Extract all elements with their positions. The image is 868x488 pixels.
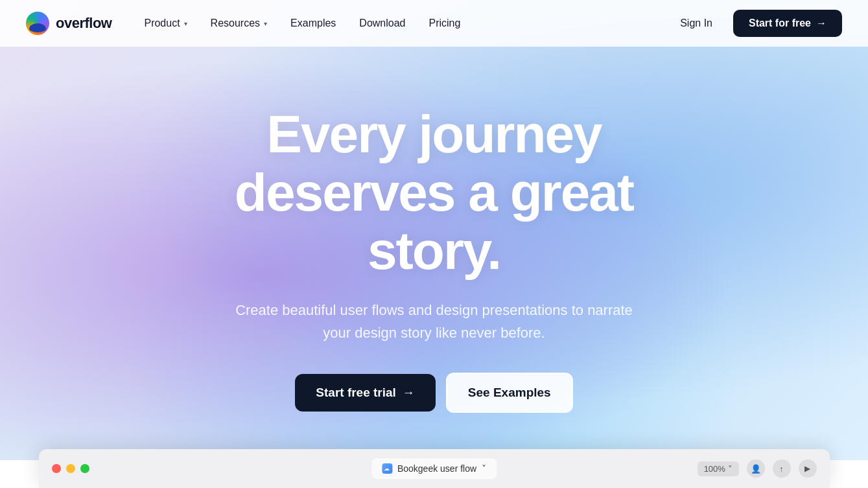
maximize-button-dot[interactable] — [80, 464, 89, 473]
hero-title: Every journey deserves a great story. — [169, 105, 700, 281]
arrow-right-icon: → — [403, 386, 415, 400]
zoom-level[interactable]: 100% ˅ — [698, 461, 739, 476]
nav-resources-label: Resources — [211, 17, 260, 29]
nav-examples[interactable]: Examples — [281, 12, 345, 34]
see-examples-button[interactable]: See Examples — [446, 373, 573, 413]
play-icon[interactable]: ▶ — [799, 459, 817, 478]
zoom-chevron-icon: ˅ — [728, 464, 733, 474]
nav-links: Product ▾ Resources ▾ Examples Download … — [135, 12, 469, 34]
start-for-free-button[interactable]: Start for free → — [733, 10, 842, 37]
nav-product[interactable]: Product ▾ — [135, 12, 196, 34]
sign-in-button[interactable]: Sign In — [670, 12, 723, 34]
close-button-dot[interactable] — [52, 464, 61, 473]
nav-resources[interactable]: Resources ▾ — [202, 12, 276, 34]
arrow-icon: → — [816, 17, 827, 29]
cta-primary-label: Start free trial — [316, 386, 396, 400]
nav-product-label: Product — [144, 17, 180, 29]
chevron-down-icon: ▾ — [264, 20, 267, 27]
nav-examples-label: Examples — [290, 17, 336, 29]
minimize-button-dot[interactable] — [66, 464, 75, 473]
zoom-value: 100% — [704, 464, 725, 474]
nav-download[interactable]: Download — [350, 12, 414, 34]
tab-favicon: ☁ — [382, 463, 392, 474]
hero-buttons: Start free trial → See Examples — [295, 373, 572, 413]
cta-secondary-label: See Examples — [468, 386, 551, 400]
browser-right-controls: 100% ˅ 👤 ↑ ▶ — [698, 459, 817, 478]
chevron-down-icon: ▾ — [184, 20, 187, 27]
share-icon[interactable]: ↑ — [773, 459, 791, 478]
navbar-left: overflow Product ▾ Resources ▾ Examples … — [26, 12, 469, 35]
browser-window-controls — [39, 464, 102, 473]
start-free-label: Start for free — [749, 17, 811, 29]
start-free-trial-button[interactable]: Start free trial → — [295, 374, 436, 412]
nav-pricing[interactable]: Pricing — [420, 12, 470, 34]
hero-title-line1: Every journey — [266, 104, 601, 163]
tab-chevron-icon: ˅ — [482, 463, 486, 474]
browser-tab[interactable]: ☁ Bookgeek user flow ˅ — [371, 458, 497, 479]
hero-subtitle: Create beautiful user flows and design p… — [233, 299, 635, 344]
navbar-right: Sign In Start for free → — [670, 10, 842, 37]
tab-label: Bookgeek user flow — [397, 463, 476, 474]
logo[interactable]: overflow — [26, 12, 111, 35]
nav-pricing-label: Pricing — [429, 17, 461, 29]
hero-title-line2: deserves a great story. — [235, 163, 633, 280]
navbar: overflow Product ▾ Resources ▾ Examples … — [0, 0, 868, 47]
user-icon[interactable]: 👤 — [747, 459, 765, 478]
nav-download-label: Download — [359, 17, 405, 29]
logo-text: overflow — [56, 15, 111, 32]
logo-icon — [26, 12, 49, 35]
hero-section: Every journey deserves a great story. Cr… — [0, 47, 868, 413]
browser-mockup: ☁ Bookgeek user flow ˅ 100% ˅ 👤 ↑ ▶ — [39, 449, 830, 488]
